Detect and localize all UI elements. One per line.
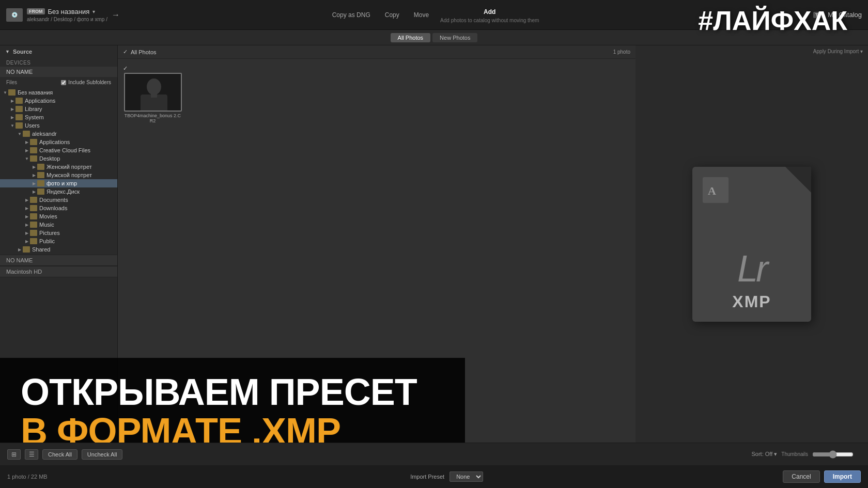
photo-check-icon: ✓ [123, 65, 128, 72]
tree-item-muzhskoy[interactable]: ▶ Мужской портрет [0, 171, 117, 179]
tree-item-label: aleksandr [32, 131, 57, 137]
folder-icon [30, 230, 37, 236]
include-subfolders-checkbox[interactable] [61, 80, 66, 85]
folder-icon [30, 238, 37, 244]
tree-item-label: Public [39, 238, 55, 244]
include-subfolders-label: Include Subfolders [61, 80, 111, 85]
folder-icon [30, 205, 37, 211]
tree-item-label: Movies [39, 213, 57, 219]
expand-arrow-icon: ▶ [24, 223, 30, 227]
import-preset-select[interactable]: None [450, 471, 483, 482]
expand-arrow-icon: ▶ [24, 198, 30, 202]
folder-icon [16, 106, 23, 112]
tree-item-music[interactable]: ▶ Music [0, 221, 117, 229]
expand-arrow-icon: ▶ [9, 115, 16, 120]
thumbnails-slider[interactable] [812, 450, 854, 459]
xmp-corner [785, 167, 811, 193]
photo-check-row: ✓ [123, 64, 128, 73]
tree-item-desktop[interactable]: ▼ Desktop [0, 154, 117, 163]
folder-icon [23, 246, 30, 253]
folder-icon [30, 155, 37, 162]
expand-arrow-icon: ▶ [9, 99, 16, 103]
tree-item-applications-sub[interactable]: ▶ Applications [0, 138, 117, 146]
add-button[interactable]: Add [481, 6, 499, 18]
list-view-icon: ☰ [29, 451, 35, 458]
check-icon: ✓ [123, 49, 128, 55]
folder-icon [16, 122, 23, 129]
move-button[interactable]: Move [411, 9, 432, 21]
photo-thumb-wrapper: ✓ [123, 64, 182, 123]
tree-item-label: Мужской портрет [47, 172, 92, 178]
xmp-file-body: A Lr XMP [692, 167, 811, 322]
status-info: 1 photo / 22 MB [7, 474, 111, 480]
photo-thumb[interactable]: ТВОР4machine_bonus 2.CR2 [123, 73, 182, 123]
tree-item-creative-cloud[interactable]: ▶ Creative Cloud Files [0, 146, 117, 154]
source-section-header[interactable]: ▼ Source [0, 45, 117, 58]
tree-item-label: Applications [39, 139, 70, 145]
devices-label: Devices [0, 58, 117, 67]
tree-item-root[interactable]: ▼ Без названия [0, 88, 117, 97]
expand-arrow-icon: ▶ [17, 247, 23, 252]
folder-icon [30, 222, 37, 228]
photo-filename: ТВОР4machine_bonus 2.CR2 [123, 113, 182, 123]
tree-item-system[interactable]: ▶ System [0, 113, 117, 121]
tree-item-users[interactable]: ▼ Users [0, 121, 117, 130]
photos-grid: ✓ [118, 59, 636, 129]
view-grid-button[interactable]: ⊞ [7, 449, 21, 460]
new-photos-tab[interactable]: New Photos [432, 33, 477, 42]
copy-as-dng-group: Copy as DNG [329, 9, 374, 21]
all-photos-header: ✓ All Photos 1 photo [118, 45, 636, 59]
tree-item-foto-xmp[interactable]: ▶ фото и хmp [0, 179, 117, 187]
tree-item-yandex[interactable]: ▶ Яндекс.Диск [0, 187, 117, 196]
tree-item-shared[interactable]: ▶ Shared [0, 245, 117, 254]
expand-arrow-icon: ▶ [24, 214, 30, 219]
portrait-svg [125, 74, 182, 112]
sort-label: Sort: Off ▾ [751, 451, 777, 458]
device-item-noname[interactable]: NO NAME [0, 67, 117, 77]
files-label: Files [6, 80, 17, 85]
folder-icon [37, 172, 44, 178]
tree-item-pictures[interactable]: ▶ Pictures [0, 229, 117, 237]
expand-arrow-icon: ▼ [2, 90, 8, 95]
apply-during-import-label[interactable]: Apply During Import ▾ [813, 49, 863, 54]
tree-item-downloads[interactable]: ▶ Downloads [0, 204, 117, 212]
expand-arrow-icon: ▶ [24, 206, 30, 211]
photo-count: 1 photo [613, 49, 630, 55]
from-badge: FROM [27, 8, 45, 14]
files-row: Files Include Subfolders [0, 77, 117, 87]
tree-item-label: Music [39, 222, 54, 228]
dropdown-arrow-icon[interactable]: ▾ [92, 9, 95, 14]
top-bar-center: Copy as DNG Copy Move Add Add photos to … [120, 6, 748, 23]
folder-icon [30, 147, 37, 153]
cancel-button[interactable]: Cancel [783, 470, 819, 483]
copy-as-dng-button[interactable]: Copy as DNG [329, 9, 374, 21]
section-macintosh[interactable]: Macintosh HD [0, 266, 117, 277]
section-noname[interactable]: NO NAME [0, 255, 117, 266]
view-list-button[interactable]: ☰ [25, 449, 38, 460]
tree-item-public[interactable]: ▶ Public [0, 237, 117, 245]
tree-item-aleksandr[interactable]: ▼ aleksandr [0, 130, 117, 138]
forward-arrow-icon: → [112, 10, 120, 20]
tree-item-movies[interactable]: ▶ Movies [0, 212, 117, 221]
tree-item-label: Desktop [39, 155, 60, 162]
tree-item-library[interactable]: ▶ Library [0, 105, 117, 113]
copy-button[interactable]: Copy [382, 9, 402, 21]
expand-arrow-icon: ▶ [24, 140, 30, 145]
tree-item-zhensky[interactable]: ▶ Женский портрет [0, 163, 117, 171]
import-preset-label: Import Preset [410, 474, 444, 480]
import-button[interactable]: Import [824, 470, 861, 483]
add-button-desc: Add photos to catalog without moving the… [440, 18, 539, 23]
uncheck-all-button[interactable]: Uncheck All [82, 449, 122, 460]
folder-icon [30, 197, 37, 203]
folder-icon [16, 114, 23, 120]
expand-arrow-icon: ▶ [9, 107, 16, 112]
file-tree: ▼ Без названия ▶ Applications ▶ Library … [0, 87, 117, 255]
tree-item-documents[interactable]: ▶ Documents [0, 196, 117, 204]
tree-item-applications-1[interactable]: ▶ Applications [0, 97, 117, 105]
copy-group: Copy [382, 9, 402, 21]
tree-item-label: Pictures [39, 230, 60, 236]
folder-icon [37, 180, 44, 186]
xmp-ext-text: XMP [732, 292, 771, 311]
all-photos-tab[interactable]: All Photos [391, 33, 431, 42]
check-all-button[interactable]: Check All [42, 449, 78, 460]
